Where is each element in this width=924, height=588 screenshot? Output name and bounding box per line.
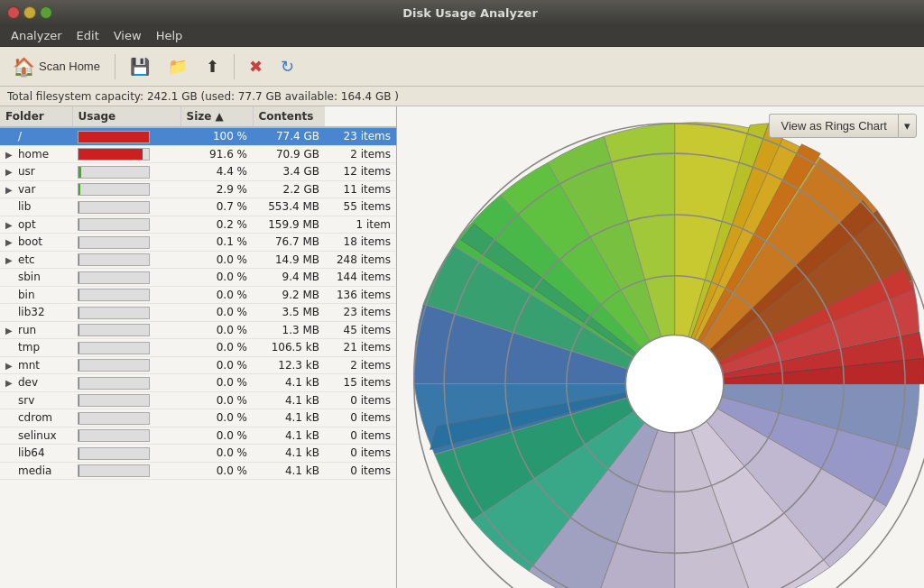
cell-folder-name: selinux — [0, 427, 72, 445]
table-row[interactable]: lib320.0 %3.5 MB23 items — [0, 304, 396, 322]
table-row[interactable]: ▶mnt0.0 %12.3 kB2 items — [0, 356, 396, 374]
expand-icon[interactable]: ▶ — [5, 326, 16, 336]
scan-home-button[interactable]: 🏠 Scan Home — [5, 52, 107, 81]
statusbar: Total filesystem capacity: 242.1 GB (use… — [0, 87, 924, 106]
scan-folder-button[interactable]: 📁 — [161, 53, 195, 80]
col-header-contents[interactable]: Contents — [253, 106, 325, 127]
cell-contents: 136 items — [325, 286, 396, 304]
expand-icon[interactable]: ▶ — [5, 185, 16, 196]
expand-icon[interactable]: ▶ — [5, 237, 16, 248]
cell-contents: 0 items — [325, 391, 396, 409]
view-chart-dropdown-button[interactable]: ▾ — [898, 114, 917, 138]
chart-panel: View as Rings Chart ▾ — [397, 106, 924, 588]
view-as-rings-button[interactable]: View as Rings Chart — [769, 114, 898, 138]
table-row[interactable]: sbin0.0 %9.4 MB144 items — [0, 269, 396, 287]
cell-size: 1.3 MB — [253, 321, 325, 339]
cell-size: 3.5 MB — [253, 304, 325, 322]
cell-usage-pct: 0.0 % — [180, 427, 253, 445]
refresh-button[interactable]: ↻ — [273, 53, 301, 80]
cell-size: 76.7 MB — [253, 234, 325, 252]
table-row[interactable]: ▶usr4.4 %3.4 GB12 items — [0, 163, 396, 181]
table-row[interactable]: ▶etc0.0 %14.9 MB248 items — [0, 251, 396, 269]
usage-bar-fill — [79, 413, 79, 424]
usage-bar — [78, 253, 150, 266]
cell-usage-pct: 0.0 % — [180, 304, 253, 322]
menu-help[interactable]: Help — [149, 27, 190, 44]
expand-icon[interactable]: ▶ — [5, 167, 16, 178]
cell-usage — [72, 356, 180, 374]
cell-contents: 23 items — [325, 127, 396, 145]
table-row[interactable]: /100 %77.4 GB23 items — [0, 127, 396, 145]
cell-usage — [72, 304, 180, 322]
usage-bar-fill — [79, 272, 79, 283]
expand-icon[interactable]: ▶ — [5, 255, 16, 266]
col-header-folder[interactable]: Folder — [0, 106, 72, 127]
cell-folder-name: srv — [0, 391, 72, 409]
usage-bar — [78, 201, 150, 214]
expand-icon[interactable]: ▶ — [5, 378, 16, 389]
menu-edit[interactable]: Edit — [69, 27, 106, 44]
cell-usage — [72, 286, 180, 304]
expand-icon[interactable]: ▶ — [5, 361, 16, 372]
cell-usage-pct: 0.0 % — [180, 445, 253, 463]
usage-bar — [78, 218, 150, 231]
usage-bar-fill — [79, 132, 149, 142]
table-row[interactable]: ▶var2.9 %2.2 GB11 items — [0, 180, 396, 198]
usage-bar — [78, 342, 150, 354]
cell-usage-pct: 0.7 % — [180, 198, 253, 216]
cell-folder-name: media — [0, 462, 72, 480]
table-row[interactable]: tmp0.0 %106.5 kB21 items — [0, 339, 396, 357]
table-row[interactable]: ▶home91.6 %70.9 GB2 items — [0, 145, 396, 163]
usage-bar-fill — [79, 448, 79, 459]
expand-icon[interactable]: ▶ — [5, 220, 16, 231]
cell-usage — [72, 321, 180, 339]
col-header-usage[interactable]: Usage — [72, 106, 180, 127]
up-folder-button[interactable]: ⬆ — [199, 53, 226, 80]
cell-size: 4.1 kB — [253, 462, 325, 480]
usage-bar — [78, 429, 150, 442]
cell-usage — [72, 462, 180, 480]
cell-usage — [72, 163, 180, 181]
table-row[interactable]: srv0.0 %4.1 kB0 items — [0, 391, 396, 409]
table-row[interactable]: lib0.7 %553.4 MB55 items — [0, 198, 396, 216]
minimize-button[interactable] — [23, 6, 36, 19]
menubar: Analyzer Edit View Help — [0, 25, 924, 47]
cell-usage-pct: 100 % — [180, 127, 253, 145]
table-row[interactable]: cdrom0.0 %4.1 kB0 items — [0, 409, 396, 427]
file-table: Folder Usage Size ▲ Contents /100 %77.4 … — [0, 106, 396, 480]
table-row[interactable]: ▶boot0.1 %76.7 MB18 items — [0, 234, 396, 252]
table-row[interactable]: ▶dev0.0 %4.1 kB15 items — [0, 374, 396, 392]
usage-bar-fill — [79, 289, 79, 300]
cell-contents: 18 items — [325, 234, 396, 252]
close-button[interactable] — [7, 6, 20, 19]
menu-view[interactable]: View — [106, 27, 149, 44]
cell-contents: 15 items — [325, 374, 396, 392]
file-panel[interactable]: Folder Usage Size ▲ Contents /100 %77.4 … — [0, 106, 397, 588]
menu-analyzer[interactable]: Analyzer — [4, 27, 69, 44]
cell-usage — [72, 409, 180, 427]
cell-usage-pct: 0.0 % — [180, 391, 253, 409]
stop-button[interactable]: ✖ — [242, 53, 270, 80]
titlebar: Disk Usage Analyzer — [0, 0, 924, 25]
table-row[interactable]: bin0.0 %9.2 MB136 items — [0, 286, 396, 304]
table-row[interactable]: selinux0.0 %4.1 kB0 items — [0, 427, 396, 445]
usage-bar-fill — [79, 378, 79, 389]
usage-bar-fill — [79, 219, 79, 230]
cell-usage-pct: 0.0 % — [180, 409, 253, 427]
cell-contents: 23 items — [325, 304, 396, 322]
table-row[interactable]: lib640.0 %4.1 kB0 items — [0, 445, 396, 463]
table-row[interactable]: media0.0 %4.1 kB0 items — [0, 462, 396, 480]
col-header-size[interactable]: Size ▲ — [180, 106, 253, 127]
table-row[interactable]: ▶run0.0 %1.3 MB45 items — [0, 321, 396, 339]
maximize-button[interactable] — [40, 6, 52, 19]
table-row[interactable]: ▶opt0.2 %159.9 MB1 item — [0, 216, 396, 234]
usage-bar-fill — [79, 325, 79, 335]
usage-bar-fill — [79, 360, 79, 371]
cell-size: 4.1 kB — [253, 391, 325, 409]
expand-icon[interactable]: ▶ — [5, 150, 16, 161]
scan-filesystem-button[interactable]: 💾 — [123, 53, 157, 80]
cell-usage-pct: 2.9 % — [180, 180, 253, 198]
cell-usage — [72, 127, 180, 145]
cell-usage-pct: 0.2 % — [180, 216, 253, 234]
window-controls — [7, 6, 52, 19]
